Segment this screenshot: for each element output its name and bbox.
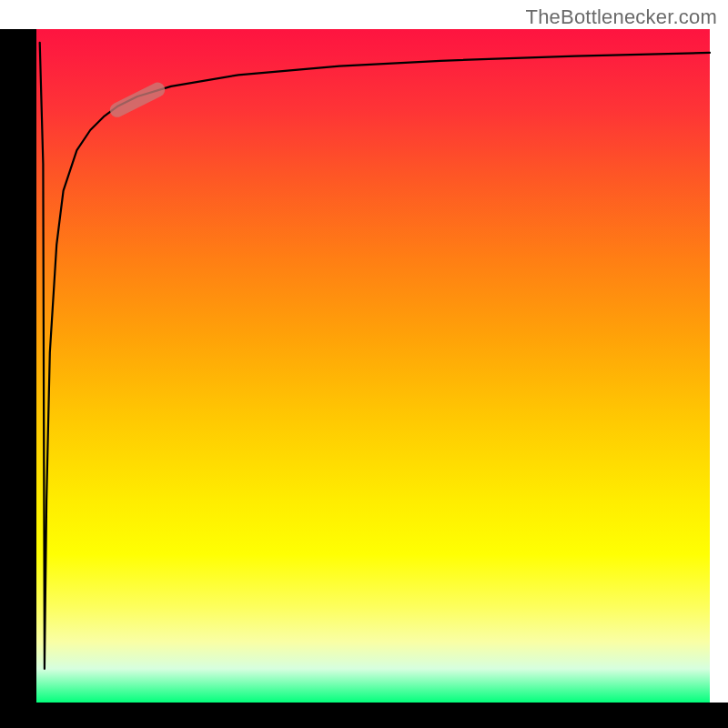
plot-area <box>36 29 710 703</box>
chart-root: TheBottlenecker.com <box>0 0 728 728</box>
attribution-text: TheBottlenecker.com <box>526 5 717 29</box>
x-axis-band <box>0 703 728 728</box>
curve-line <box>40 43 710 669</box>
curve-svg <box>36 29 710 703</box>
highlight-marker <box>117 90 157 110</box>
y-axis-band <box>0 29 36 703</box>
